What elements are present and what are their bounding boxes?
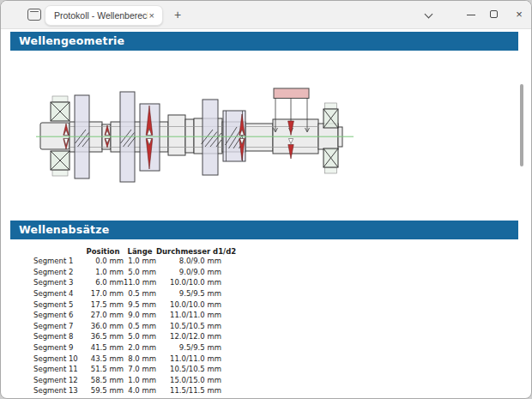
table-row: Segment 736.0 mm0.5 mm10.5/10.5 mm [31, 321, 221, 332]
cell-pos: 1.0 mm [82, 268, 124, 276]
cell-name: Segment 3 [31, 278, 82, 287]
table-row: Segment 836.5 mm5.0 mm12.0/12.0 mm [31, 331, 221, 342]
section-header-geometry: Wellengeometrie [10, 32, 518, 51]
cell-pos: 58.5 mm [82, 376, 124, 384]
cell-len: 11.0 mm [124, 278, 156, 287]
cell-dia: 8.0/9.0 mm [156, 257, 221, 265]
cell-dia: 9.5/9.5 mm [156, 289, 221, 298]
cell-len: 7.0 mm [124, 365, 156, 373]
title-bar: Protokoll - Wellenberechnung × + × [1, 1, 531, 29]
cell-name: Segment 12 [31, 376, 82, 384]
cell-name: Segment 6 [31, 311, 82, 319]
scrollbar-thumb[interactable] [520, 84, 523, 166]
cell-pos: 0.0 mm [82, 257, 124, 265]
cell-pos: 41.5 mm [82, 343, 124, 352]
cell-dia: 12.0/12.0 mm [156, 332, 221, 341]
cell-dia: 11.0/11.0 mm [156, 311, 221, 319]
cell-name: Segment 7 [31, 322, 82, 330]
table-row: Segment 1258.5 mm1.0 mm15.0/15.0 mm [31, 375, 221, 386]
cell-dia: 10.5/10.5 mm [156, 365, 221, 373]
table-row: Segment 21.0 mm5.0 mm9.0/9.0 mm [31, 267, 221, 278]
close-button[interactable]: × [506, 1, 532, 28]
table-row: Segment 517.5 mm9.5 mm10.0/10.0 mm [31, 299, 221, 310]
table-body: Segment 10.0 mm1.0 mm8.0/9.0 mmSegment 2… [31, 256, 221, 396]
cell-name: Segment 11 [31, 365, 82, 373]
cell-name: Segment 9 [31, 343, 82, 352]
cell-name: Segment 8 [31, 332, 82, 341]
app-window: Protokoll - Wellenberechnung × + × Welle… [0, 0, 532, 399]
cell-pos: 17.0 mm [82, 289, 124, 298]
table-row: Segment 941.5 mm2.0 mm9.5/9.5 mm [31, 342, 221, 354]
new-tab-button[interactable]: + [170, 8, 185, 23]
cell-len: 0.5 mm [124, 322, 156, 330]
tab-title: Protokoll - Wellenberechnung [54, 10, 148, 21]
cell-len: 5.0 mm [124, 332, 156, 341]
chevron-down-icon[interactable] [416, 1, 442, 28]
cell-name: Segment 1 [31, 257, 82, 265]
cell-len: 4.0 mm [124, 386, 156, 395]
cell-dia: 11.5/11.5 mm [156, 386, 221, 395]
table-row: Segment 36.0 mm11.0 mm10.0/10.0 mm [31, 277, 221, 288]
cell-len: 2.0 mm [124, 343, 156, 352]
minimize-button[interactable] [458, 1, 484, 28]
cell-dia: 10.0/10.0 mm [156, 278, 221, 287]
cell-name: Segment 2 [31, 268, 82, 276]
cell-dia: 9.0/9.0 mm [156, 268, 221, 276]
tab-close-icon[interactable]: × [148, 11, 156, 21]
cell-dia: 15.0/15.0 mm [156, 376, 221, 384]
cell-pos: 43.5 mm [82, 354, 124, 363]
cell-pos: 51.5 mm [82, 365, 124, 373]
table-row: Segment 627.0 mm9.0 mm11.0/11.0 mm [31, 310, 221, 321]
cell-len: 8.0 mm [124, 354, 156, 363]
cell-name: Segment 10 [31, 354, 82, 363]
table-row: Segment 417.0 mm0.5 mm9.5/9.5 mm [31, 288, 221, 299]
section-header-segments: Wellenabsätze [10, 221, 518, 239]
maximize-button[interactable] [481, 1, 507, 28]
cell-pos: 36.0 mm [82, 322, 124, 330]
table-row: Segment 1359.5 mm4.0 mm11.5/11.5 mm [31, 385, 221, 396]
cell-dia: 9.5/9.5 mm [156, 343, 221, 352]
cell-pos: 6.0 mm [82, 278, 124, 287]
browser-tab[interactable]: Protokoll - Wellenberechnung × [45, 5, 163, 26]
cell-pos: 36.5 mm [82, 332, 124, 341]
cell-pos: 59.5 mm [82, 386, 124, 395]
cell-len: 9.5 mm [124, 300, 156, 309]
cell-len: 9.0 mm [124, 311, 156, 319]
shaft-diagram [1, 76, 532, 209]
cell-name: Segment 5 [31, 300, 82, 309]
cell-pos: 17.5 mm [82, 300, 124, 309]
cell-dia: 11.0/11.0 mm [156, 354, 221, 363]
cell-name: Segment 4 [31, 289, 82, 298]
cell-dia: 10.0/10.0 mm [156, 300, 221, 309]
tab-overview-icon[interactable] [27, 9, 41, 21]
cell-len: 5.0 mm [124, 268, 156, 276]
cell-name: Segment 13 [31, 386, 82, 395]
cell-len: 1.0 mm [124, 257, 156, 265]
table-row: Segment 1151.5 mm7.0 mm10.5/10.5 mm [31, 364, 221, 375]
cell-dia: 10.5/10.5 mm [156, 322, 221, 330]
table-row: Segment 10.0 mm1.0 mm8.0/9.0 mm [31, 256, 221, 267]
cell-pos: 27.0 mm [82, 311, 124, 319]
table-row: Segment 1043.5 mm8.0 mm11.0/11.0 mm [31, 353, 221, 364]
cell-len: 0.5 mm [124, 289, 156, 298]
cell-len: 1.0 mm [124, 376, 156, 384]
